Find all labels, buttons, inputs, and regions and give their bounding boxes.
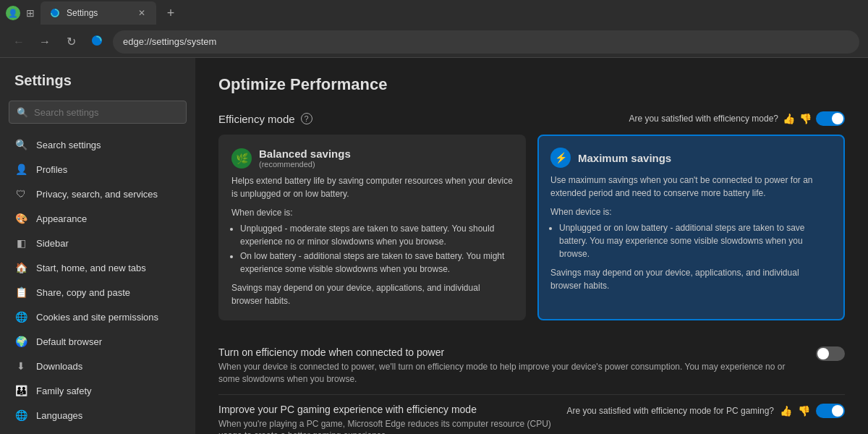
sidebar-item-label: Sidebar (36, 238, 69, 249)
profiles-icon: 👤 (14, 163, 27, 176)
balanced-card-list: Unplugged - moderate steps are taken to … (240, 222, 513, 276)
tab-close-button[interactable]: ✕ (136, 7, 148, 19)
profile-icon: 👤 (6, 6, 20, 20)
family-safety-icon: 👪 (14, 384, 27, 397)
gaming-title: Improve your PC gaming experience with e… (218, 404, 555, 415)
balanced-savings-note: Savings may depend on your device, appli… (231, 281, 513, 307)
thumbs-up-icon[interactable]: 👍 (783, 113, 795, 124)
navbar: ← → ↻ edge://settings/system (0, 26, 868, 58)
sidebar-item-cookies[interactable]: 🌐 Cookies and site permissions (3, 305, 192, 329)
sidebar-item-languages[interactable]: 🌐 Languages (3, 403, 192, 427)
balanced-savings-icon: 🌿 (231, 148, 252, 169)
sidebar-item-label: Share, copy and paste (36, 287, 130, 298)
main-layout: Settings 🔍 🔍 Search settings 👤 Profiles … (0, 58, 868, 434)
search-icon: 🔍 (17, 107, 28, 118)
titlebar: 👤 ⊞ Settings ✕ + (0, 0, 868, 26)
efficiency-section-header: Efficiency mode ? (218, 113, 312, 125)
sidebar-item-sidebar[interactable]: ◧ Sidebar (3, 231, 192, 255)
collections-icon[interactable]: ⊞ (23, 6, 38, 20)
balanced-point-1: Unplugged - moderate steps are taken to … (240, 222, 513, 248)
sidebar-item-downloads[interactable]: ⬇ Downloads (3, 354, 192, 378)
maximum-card-list: Unplugged or on low battery - additional… (559, 221, 832, 260)
efficiency-on-power-main: Turn on efficiency mode when connected t… (218, 346, 845, 386)
sidebar-item-label: Downloads (36, 361, 82, 372)
sidebar-item-label: Privacy, search, and services (36, 189, 158, 200)
sidebar: Settings 🔍 🔍 Search settings 👤 Profiles … (0, 58, 195, 434)
sidebar-item-label: Start, home, and new tabs (36, 263, 146, 273)
appearance-icon: 🎨 (14, 212, 27, 225)
gaming-right: Are you satisfied with efficiency mode f… (566, 404, 845, 418)
thumbs-down-icon[interactable]: 👎 (799, 113, 812, 124)
sidebar-item-profiles[interactable]: 👤 Profiles (3, 157, 192, 182)
edge-logo (90, 33, 104, 51)
maximum-savings-card[interactable]: ⚡ Maximum savings Use maximum savings wh… (537, 135, 845, 320)
efficiency-mode-title: Efficiency mode (218, 113, 295, 125)
sidebar-item-appearance[interactable]: 🎨 Appearance (3, 206, 192, 231)
sidebar-item-label: Cookies and site permissions (36, 312, 158, 323)
maximum-card-title: Maximum savings (578, 152, 671, 164)
maximum-card-body: Use maximum savings when you can't be co… (550, 174, 832, 292)
maximum-savings-icon: ⚡ (550, 148, 571, 168)
sidebar-title: Settings (0, 67, 195, 101)
edge-tab-icon (49, 7, 61, 19)
new-tab-button[interactable]: + (159, 1, 182, 25)
efficiency-mode-toggle[interactable] (816, 111, 845, 126)
languages-icon: 🌐 (14, 409, 27, 422)
forward-button[interactable]: → (35, 32, 55, 52)
gaming-desc: When you're playing a PC game, Microsoft… (218, 418, 555, 434)
sidebar-item-search-settings[interactable]: 🔍 Search settings (3, 132, 192, 157)
settings-tab[interactable]: Settings ✕ (41, 1, 156, 25)
sidebar-item-label: Appearance (36, 213, 87, 224)
sidebar-item-label: Search settings (36, 140, 101, 150)
maximum-point-1: Unplugged or on low battery - additional… (559, 221, 832, 260)
sidebar-item-privacy[interactable]: 🛡 Privacy, search, and services (3, 182, 192, 206)
efficiency-on-power-desc: When your device is connected to power, … (218, 361, 804, 386)
sidebar-item-label: Languages (36, 410, 82, 421)
balanced-card-body: Helps extend battery life by saving comp… (231, 174, 513, 307)
page-title: Optimize Performance (218, 75, 845, 94)
gaming-info: Improve your PC gaming experience with e… (218, 404, 555, 434)
gaming-toggle[interactable] (816, 404, 845, 418)
sidebar-item-start-home[interactable]: 🏠 Start, home, and new tabs (3, 255, 192, 280)
gaming-thumbs-down-icon[interactable]: 👎 (798, 405, 810, 417)
default-browser-icon: 🌍 (14, 335, 27, 348)
efficiency-on-power-toggle[interactable] (816, 346, 845, 361)
efficiency-feedback-row: Are you satisfied with efficiency mode? … (629, 111, 845, 126)
address-bar[interactable]: edge://settings/system (113, 30, 859, 54)
efficiency-cards-row: 🌿 Balanced savings (recommended) Helps e… (218, 135, 845, 320)
balanced-savings-card[interactable]: 🌿 Balanced savings (recommended) Helps e… (218, 135, 526, 320)
content-area: Optimize Performance Efficiency mode ? A… (195, 58, 868, 434)
refresh-button[interactable]: ↻ (61, 32, 81, 52)
balanced-card-header: 🌿 Balanced savings (recommended) (231, 148, 513, 169)
sidebar-item-label: Profiles (36, 164, 67, 175)
start-home-icon: 🏠 (14, 261, 27, 274)
gaming-main: Improve your PC gaming experience with e… (218, 404, 845, 434)
balanced-point-2: On low battery - additional steps are ta… (240, 250, 513, 276)
tab-label: Settings (67, 8, 130, 18)
balanced-card-title: Balanced savings (259, 148, 351, 160)
efficiency-on-power-row: Turn on efficiency mode when connected t… (218, 338, 845, 395)
share-copy-icon: 📋 (14, 286, 27, 299)
balanced-card-subtitle: (recommended) (259, 160, 351, 169)
sidebar-item-default-browser[interactable]: 🌍 Default browser (3, 329, 192, 354)
gaming-feedback-question: Are you satisfied with efficiency mode f… (566, 406, 774, 416)
back-button[interactable]: ← (9, 32, 29, 52)
sidebar-item-share-copy[interactable]: 📋 Share, copy and paste (3, 280, 192, 305)
efficiency-on-power-info: Turn on efficiency mode when connected t… (218, 346, 804, 386)
sidebar-item-printers[interactable]: 🖨 Printers (3, 427, 192, 434)
gaming-row: Improve your PC gaming experience with e… (218, 395, 845, 434)
sidebar-icon: ◧ (14, 237, 27, 250)
search-box[interactable]: 🔍 (9, 101, 187, 124)
privacy-icon: 🛡 (14, 187, 27, 200)
address-text: edge://settings/system (123, 36, 216, 47)
sidebar-item-label: Family safety (36, 386, 92, 396)
search-settings-icon: 🔍 (14, 138, 27, 151)
efficiency-help-icon[interactable]: ? (301, 113, 312, 124)
efficiency-on-power-title: Turn on efficiency mode when connected t… (218, 346, 804, 358)
search-input[interactable] (34, 107, 179, 118)
gaming-thumbs-up-icon[interactable]: 👍 (780, 405, 792, 417)
sidebar-item-family-safety[interactable]: 👪 Family safety (3, 378, 192, 403)
downloads-icon: ⬇ (14, 359, 27, 373)
efficiency-feedback-question: Are you satisfied with efficiency mode? (629, 114, 778, 124)
cookies-icon: 🌐 (14, 310, 27, 323)
